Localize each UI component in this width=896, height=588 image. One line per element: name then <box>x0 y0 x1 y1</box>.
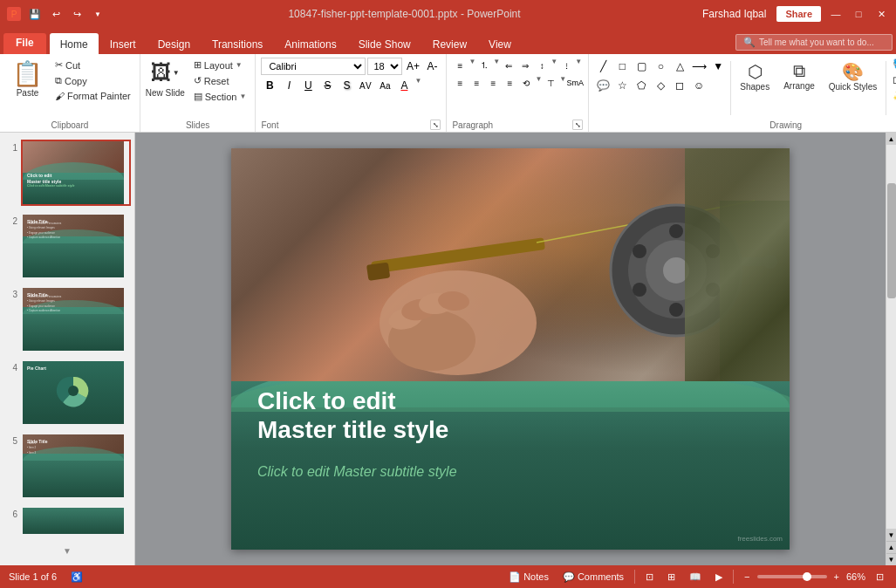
font-dialog-launcher[interactable]: ⤡ <box>430 120 441 130</box>
scroll-up-button[interactable]: ▲ <box>886 133 896 145</box>
align-text-dropdown[interactable]: ▼ <box>559 75 566 91</box>
shape-rect[interactable]: □ <box>613 58 631 75</box>
redo-btn[interactable]: ↪ <box>68 5 85 23</box>
line-spacing-dropdown[interactable]: ▼ <box>551 58 557 73</box>
shape-line[interactable]: ╱ <box>594 58 612 75</box>
undo-btn[interactable]: ↩ <box>47 5 65 23</box>
tab-design[interactable]: Design <box>147 33 201 54</box>
slide-thumb-1[interactable]: Click to edit Master title style Click t… <box>21 140 131 206</box>
arrange-button[interactable]: ⧉ Arrange <box>778 58 820 95</box>
slide-thumb-2[interactable]: Slide Title • Some Effective Persuasions… <box>21 213 131 279</box>
shape-callout[interactable]: 💬 <box>594 77 612 94</box>
slide-thumb-6[interactable] <box>21 506 131 536</box>
scroll-thumb[interactable] <box>887 183 896 298</box>
slide-thumb-4[interactable]: Pie Chart <box>21 359 131 426</box>
bold-button[interactable]: B <box>261 77 278 94</box>
new-slide-button[interactable]: 🖼 ▼ <box>147 58 184 87</box>
maximize-button[interactable]: □ <box>851 6 866 22</box>
copy-button[interactable]: ⧉ Copy <box>51 73 134 88</box>
paste-button[interactable]: 📋 Paste <box>5 58 50 99</box>
format-painter-button[interactable]: 🖌 Format Painter <box>51 89 134 103</box>
font-name-select[interactable]: Calibri <box>261 58 366 75</box>
font-color-dropdown[interactable]: ▼ <box>414 77 421 94</box>
reading-view-button[interactable]: 📖 <box>686 570 705 585</box>
share-button[interactable]: Share <box>776 6 821 22</box>
char-spacing-button[interactable]: AV <box>357 77 374 94</box>
strikethrough-button[interactable]: S <box>318 77 336 94</box>
tab-slideshow[interactable]: Slide Show <box>348 33 421 54</box>
numbering-dropdown[interactable]: ▼ <box>493 58 500 73</box>
comments-button[interactable]: 💬 Comments <box>559 570 627 585</box>
slideshow-button[interactable]: ▶ <box>712 570 726 585</box>
tab-animations[interactable]: Animations <box>274 33 346 54</box>
text-direction-dropdown[interactable]: ▼ <box>535 75 542 91</box>
slide-thumb-5[interactable]: Slide Title • Item 1 • Item 2 • Item 3 <box>21 433 131 499</box>
line-spacing-button[interactable]: ↕ <box>534 58 550 73</box>
bullets-button[interactable]: ≡ <box>452 58 468 73</box>
section-button[interactable]: ▤ Section ▼ <box>190 89 250 104</box>
slide-sorter-button[interactable]: ⊞ <box>664 570 679 585</box>
tab-view[interactable]: View <box>478 33 522 54</box>
normal-view-button[interactable]: ⊡ <box>642 570 657 585</box>
underline-button[interactable]: U <box>299 77 317 94</box>
zoom-out-button[interactable]: − <box>741 570 753 584</box>
slide-thumb-3[interactable]: Slide Title • Some Effective Persuasions… <box>21 286 131 352</box>
font-color-button[interactable]: A <box>395 77 413 94</box>
smartart-button[interactable]: SmA <box>567 75 583 91</box>
center-button[interactable]: ≡ <box>469 75 484 91</box>
fit-slide-button[interactable]: ⊡ <box>872 570 887 585</box>
shape-arrow[interactable]: ⟶ <box>690 58 708 75</box>
page-up-button[interactable]: ▲ <box>886 541 896 553</box>
tab-review[interactable]: Review <box>422 33 477 54</box>
decrease-indent-button[interactable]: ⇐ <box>501 58 516 73</box>
align-left-button[interactable]: ≡ <box>452 75 468 91</box>
increase-indent-button[interactable]: ⇒ <box>517 58 533 73</box>
columns-dropdown[interactable]: ▼ <box>575 58 582 73</box>
italic-button[interactable]: I <box>280 77 298 94</box>
close-button[interactable]: ✕ <box>873 6 889 22</box>
page-down-button[interactable]: ▼ <box>886 553 896 565</box>
shape-pentagon[interactable]: ⬠ <box>633 77 650 94</box>
shape-fill-button[interactable]: 🪣 Shape Fill ~ <box>890 58 896 71</box>
text-direction-button[interactable]: ⟲ <box>518 75 534 91</box>
slide-canvas[interactable]: Click to edit Master title style Click t… <box>231 148 790 550</box>
text-shadow-button[interactable]: S <box>338 77 355 94</box>
minimize-button[interactable]: — <box>828 6 844 22</box>
shape-effects-button[interactable]: ✨ Shape Effects ~ <box>890 89 896 102</box>
zoom-slider[interactable] <box>757 575 827 578</box>
notes-button[interactable]: 📄 Notes <box>505 570 552 585</box>
tab-file[interactable]: File <box>3 33 46 54</box>
zoom-in-button[interactable]: + <box>831 570 843 584</box>
tab-transitions[interactable]: Transitions <box>202 33 273 54</box>
slide-title[interactable]: Click to edit Master title style <box>257 386 448 445</box>
reset-button[interactable]: ↺ Reset <box>190 73 250 88</box>
shape-flowchart[interactable]: ◻ <box>671 77 688 94</box>
columns-button[interactable]: ⫶ <box>558 58 574 73</box>
tab-home[interactable]: Home <box>50 33 99 54</box>
customize-qat-btn[interactable]: ▼ <box>89 5 106 23</box>
justify-button[interactable]: ≡ <box>502 75 517 91</box>
shape-triangle[interactable]: △ <box>671 58 688 75</box>
shape-outline-button[interactable]: ◻ Shape Outline ~ <box>890 73 896 86</box>
font-size-select[interactable]: 18 <box>367 58 402 75</box>
shape-star[interactable]: ☆ <box>613 77 631 94</box>
quick-styles-button[interactable]: 🎨 Quick Styles <box>824 58 883 95</box>
save-btn[interactable]: 💾 <box>26 5 44 23</box>
change-case-button[interactable]: Aa <box>376 77 393 94</box>
align-text-button[interactable]: ⊤ <box>543 75 558 91</box>
scroll-down-button[interactable]: ▼ <box>886 529 896 541</box>
increase-font-size-button[interactable]: A+ <box>404 58 421 75</box>
bullets-dropdown[interactable]: ▼ <box>469 58 475 73</box>
slide-subtitle[interactable]: Click to edit Master subtitle style <box>257 464 457 480</box>
accessibility-button[interactable]: ♿ <box>67 570 86 585</box>
shape-circle[interactable]: ○ <box>652 58 669 75</box>
shape-more[interactable]: ▼ <box>709 58 727 75</box>
panel-scroll-down-btn[interactable]: ▼ <box>63 546 72 556</box>
shape-rounded-rect[interactable]: ▢ <box>633 58 650 75</box>
tab-insert[interactable]: Insert <box>99 33 147 54</box>
cut-button[interactable]: ✂ Cut <box>51 58 134 72</box>
paragraph-dialog-launcher[interactable]: ⤡ <box>572 120 583 130</box>
shapes-button[interactable]: ⬡ Shapes <box>735 58 775 95</box>
layout-button[interactable]: ⊞ Layout ▼ <box>190 58 250 72</box>
align-right-button[interactable]: ≡ <box>485 75 501 91</box>
